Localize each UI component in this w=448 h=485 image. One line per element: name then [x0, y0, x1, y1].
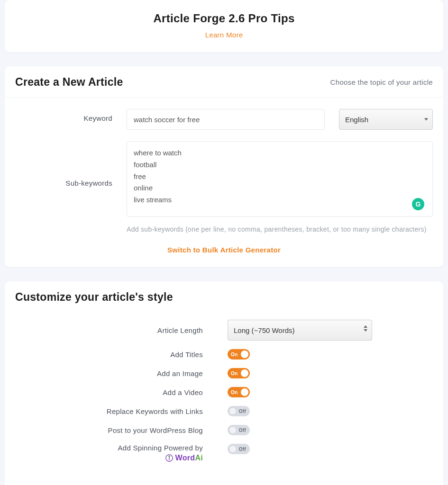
- wordai-logo: WordAi: [165, 454, 203, 462]
- create-header: Create a New Article Choose the topic of…: [5, 66, 443, 98]
- subkeywords-row: Sub-keywords G Add sub-keywords (one per…: [15, 141, 433, 234]
- toggle-knob: [229, 426, 237, 434]
- add-spinning-toggle[interactable]: Off: [228, 444, 250, 454]
- post-wordpress-label: Post to your WordPress Blog: [15, 426, 228, 434]
- replace-links-row: Replace Keywords with Links Off: [15, 406, 433, 416]
- tips-card: Article Forge 2.6 Pro Tips Learn More: [5, 0, 443, 52]
- add-titles-row: Add Titles On: [15, 349, 433, 359]
- article-length-label: Article Length: [15, 326, 228, 334]
- replace-links-toggle[interactable]: Off: [228, 406, 250, 416]
- wordai-text: WordAi: [175, 454, 203, 462]
- create-title: Create a New Article: [15, 76, 123, 89]
- customize-style-card: Customize your article's style Article L…: [5, 281, 443, 485]
- style-header: Customize your article's style: [5, 281, 443, 306]
- toggle-state: On: [231, 352, 238, 357]
- add-video-toggle[interactable]: On: [228, 387, 250, 397]
- add-image-label: Add an Image: [15, 369, 228, 377]
- keyword-row: Keyword English: [15, 109, 433, 130]
- grammarly-icon[interactable]: G: [412, 198, 424, 210]
- create-subtitle: Choose the topic of your article: [330, 78, 433, 86]
- toggle-state: Off: [239, 409, 246, 414]
- svg-point-1: [168, 456, 170, 458]
- create-article-card: Create a New Article Choose the topic of…: [5, 66, 443, 267]
- replace-links-label: Replace Keywords with Links: [15, 407, 228, 415]
- style-title: Customize your article's style: [15, 291, 173, 304]
- toggle-state: On: [231, 371, 238, 376]
- subkeywords-controls: G Add sub-keywords (one per line, no com…: [127, 141, 433, 234]
- keyword-controls: English: [127, 109, 433, 130]
- add-spinning-label: Add Spinning Powered by: [118, 444, 203, 452]
- add-video-label: Add a Video: [15, 388, 228, 396]
- language-select-wrap: English: [339, 109, 433, 130]
- article-length-select[interactable]: Long (~750 Words): [228, 320, 372, 341]
- add-video-row: Add a Video On: [15, 387, 433, 397]
- language-select[interactable]: English: [339, 109, 433, 130]
- add-image-row: Add an Image On: [15, 368, 433, 378]
- add-titles-toggle[interactable]: On: [228, 349, 250, 359]
- create-form: Keyword English Sub-keywords G Add sub-k…: [5, 98, 443, 267]
- subkeywords-label: Sub-keywords: [15, 141, 127, 234]
- keyword-label: Keyword: [15, 109, 127, 122]
- style-form: Article Length Long (~750 Words) Add Tit…: [5, 306, 443, 485]
- article-length-row: Article Length Long (~750 Words): [15, 320, 433, 341]
- learn-more-link[interactable]: Learn More: [14, 31, 434, 39]
- wordai-icon: [165, 454, 174, 462]
- add-spinning-label-col: Add Spinning Powered by WordAi: [15, 444, 228, 462]
- toggle-knob: [229, 407, 237, 415]
- tips-title: Article Forge 2.6 Pro Tips: [14, 12, 434, 25]
- toggle-state: On: [231, 390, 238, 395]
- add-spinning-row: Add Spinning Powered by WordAi Off: [15, 444, 433, 462]
- post-wordpress-toggle[interactable]: Off: [228, 425, 250, 435]
- add-image-toggle[interactable]: On: [228, 368, 250, 378]
- toggle-knob: [229, 445, 237, 453]
- toggle-knob: [241, 388, 248, 396]
- subkeywords-helper: Add sub-keywords (one per line, no comma…: [127, 225, 427, 234]
- bulk-generator-link[interactable]: Switch to Bulk Article Generator: [15, 246, 433, 254]
- add-titles-label: Add Titles: [15, 350, 228, 359]
- toggle-state: Off: [239, 428, 246, 433]
- article-length-control: Long (~750 Words): [228, 320, 433, 341]
- toggle-knob: [241, 369, 248, 377]
- keyword-input[interactable]: [127, 109, 325, 130]
- post-wordpress-row: Post to your WordPress Blog Off: [15, 425, 433, 435]
- toggle-knob: [241, 350, 248, 358]
- toggle-state: Off: [239, 447, 246, 452]
- subkeywords-input[interactable]: [127, 141, 433, 217]
